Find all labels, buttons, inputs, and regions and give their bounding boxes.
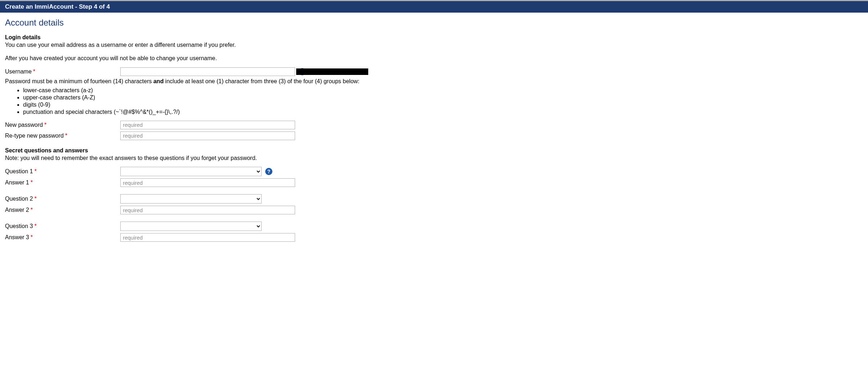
page-title: Account details bbox=[5, 18, 557, 28]
question3-select[interactable] bbox=[120, 222, 262, 231]
required-star: * bbox=[34, 168, 36, 174]
secret-questions-heading: Secret questions and answers bbox=[5, 147, 557, 154]
header-bar: Create an ImmiAccount - Step 4 of 4 bbox=[0, 1, 868, 13]
required-star: * bbox=[65, 133, 67, 139]
new-password-input[interactable] bbox=[120, 121, 295, 129]
list-item: lower-case characters (a-z) bbox=[23, 87, 557, 94]
required-star: * bbox=[44, 122, 46, 128]
redacted-block bbox=[296, 68, 368, 75]
answer2-label: Answer 2* bbox=[5, 207, 120, 213]
login-details-heading: Login details bbox=[5, 34, 557, 41]
list-item: punctuation and special characters (~`!@… bbox=[23, 108, 557, 116]
retype-password-label: Re-type new password* bbox=[5, 133, 120, 139]
login-intro-1: You can use your email address as a user… bbox=[5, 41, 557, 49]
required-star: * bbox=[34, 223, 36, 229]
required-star: * bbox=[31, 234, 33, 240]
secret-questions-note: Note: you will need to remember the exac… bbox=[5, 155, 557, 162]
answer1-label: Answer 1* bbox=[5, 179, 120, 186]
answer1-input[interactable] bbox=[120, 178, 295, 187]
username-label: Username* bbox=[5, 68, 120, 75]
list-item: upper-case characters (A-Z) bbox=[23, 94, 557, 101]
question1-label: Question 1* bbox=[5, 168, 120, 175]
answer2-input[interactable] bbox=[120, 206, 295, 214]
question2-label: Question 2* bbox=[5, 196, 120, 202]
retype-password-input[interactable] bbox=[120, 131, 295, 140]
header-title: Create an ImmiAccount - Step 4 of 4 bbox=[5, 3, 110, 10]
question2-select[interactable] bbox=[120, 194, 262, 204]
help-icon[interactable]: ? bbox=[265, 168, 272, 175]
question3-label: Question 3* bbox=[5, 223, 120, 229]
password-rules-list: lower-case characters (a-z) upper-case c… bbox=[23, 87, 557, 116]
required-star: * bbox=[33, 68, 35, 75]
question1-select[interactable] bbox=[120, 167, 262, 176]
required-star: * bbox=[31, 207, 33, 213]
help-icon[interactable]: ? bbox=[299, 68, 306, 75]
required-star: * bbox=[34, 196, 36, 202]
username-input[interactable] bbox=[120, 67, 295, 76]
list-item: digits (0-9) bbox=[23, 101, 557, 108]
password-rules-intro: Password must be a minimum of fourteen (… bbox=[5, 78, 557, 85]
login-intro-2: After you have created your account you … bbox=[5, 55, 557, 62]
new-password-label: New password* bbox=[5, 122, 120, 128]
required-star: * bbox=[31, 179, 33, 186]
answer3-label: Answer 3* bbox=[5, 234, 120, 241]
answer3-input[interactable] bbox=[120, 233, 295, 242]
